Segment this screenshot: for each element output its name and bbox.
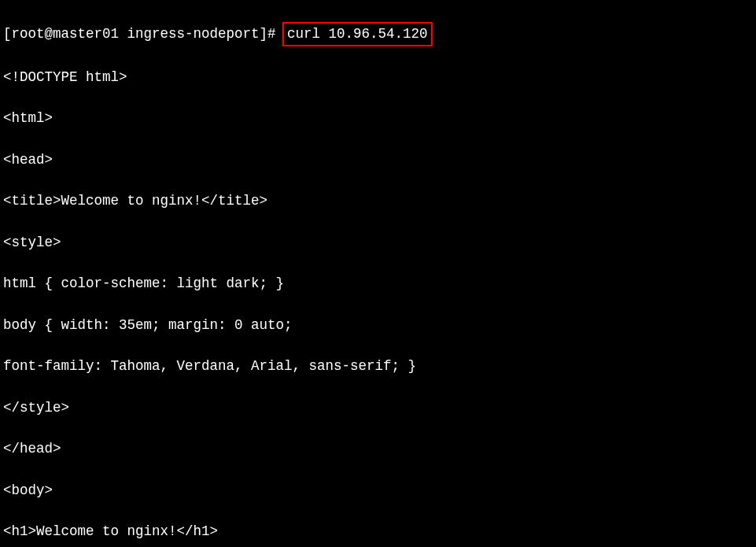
- prompt-line-1: [root@master01 ingress-nodeport]# curl 1…: [3, 22, 753, 46]
- output-line: <body>: [3, 480, 753, 501]
- terminal-output[interactable]: [root@master01 ingress-nodeport]# curl 1…: [0, 0, 756, 547]
- output-line: </style>: [3, 397, 753, 418]
- output-line: </head>: [3, 438, 753, 459]
- output-line: body { width: 35em; margin: 0 auto;: [3, 315, 753, 335]
- output-line: <h1>Welcome to nginx!</h1>: [3, 521, 753, 541]
- output-line: <!DOCTYPE html>: [3, 67, 753, 87]
- output-line: <style>: [3, 232, 753, 253]
- output-line: html { color-scheme: light dark; }: [3, 273, 753, 294]
- output-line: <html>: [3, 108, 753, 128]
- output-line: <title>Welcome to nginx!</title>: [3, 190, 753, 211]
- output-line: <head>: [3, 150, 753, 170]
- output-line: font-family: Tahoma, Verdana, Arial, san…: [3, 356, 753, 376]
- command-highlight-red: curl 10.96.54.120: [282, 22, 433, 46]
- prompt-prefix: [root@master01 ingress-nodeport]#: [3, 26, 284, 42]
